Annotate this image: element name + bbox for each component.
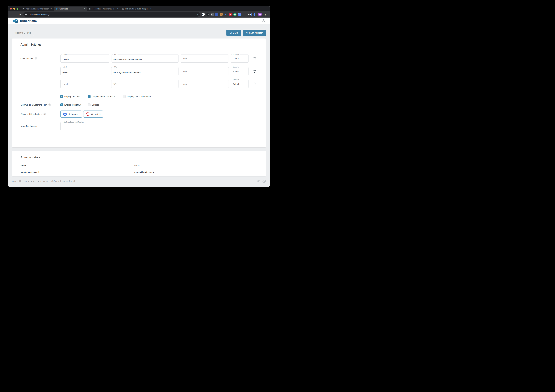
kubernetes-toggle-button[interactable]: Kubernetes <box>60 111 82 118</box>
github-favicon <box>88 8 91 10</box>
link-icon-field <box>181 67 229 75</box>
bookmark-star-icon[interactable]: ☆ <box>196 13 198 16</box>
link-icon-input[interactable] <box>181 80 229 88</box>
reset-to-default-button[interactable]: Reset to Default <box>12 30 34 36</box>
tab-title: Kubermatic Global Settings :: Do <box>125 8 148 10</box>
administrators-card: Administrators Name ^ Email Marcin Macia… <box>12 151 266 176</box>
link-url-input[interactable] <box>111 67 178 75</box>
link-label-input[interactable] <box>60 67 109 75</box>
app-header: Kubermatic <box>8 18 270 24</box>
checkbox-display-demo[interactable]: Display Demo Information <box>123 95 152 98</box>
address-bar[interactable]: dev.kubermatic.io/settings ☆ <box>23 12 200 16</box>
link-url-input[interactable] <box>111 54 178 62</box>
onepassword-extension-icon[interactable] <box>202 13 205 16</box>
checkbox-unchecked-icon[interactable] <box>123 95 126 98</box>
refined-github-extension-icon[interactable]: R <box>224 13 227 16</box>
info-icon[interactable]: i <box>44 113 46 115</box>
checkbox-display-api-docs[interactable]: Display API Docs <box>60 95 88 98</box>
tab-close-icon[interactable]: ✕ <box>50 8 52 10</box>
footer-social-icons <box>257 180 266 183</box>
minimize-window-button[interactable] <box>13 8 15 10</box>
url-host: dev.kubermatic.io <box>28 14 43 15</box>
link-location-select[interactable]: Location Footer ⌄ <box>231 54 248 63</box>
url-text: dev.kubermatic.io/settings <box>28 14 50 15</box>
browser-window: Add variables input for addons · ✕ Kuber… <box>8 6 270 187</box>
toolbar-divider <box>256 13 256 16</box>
eyedropper-extension-icon[interactable]: ✒ <box>246 12 251 16</box>
info-icon[interactable]: i <box>48 104 51 106</box>
kubermatic-logo[interactable]: Kubermatic <box>12 18 37 23</box>
checkbox-checked-icon[interactable] <box>60 104 63 106</box>
tab-add-variables[interactable]: Add variables input for addons · ✕ <box>21 7 54 11</box>
google-keep-extension-icon[interactable] <box>211 13 214 16</box>
column-extension-icon[interactable] <box>251 13 255 16</box>
tab-close-icon[interactable]: ✕ <box>83 8 85 10</box>
go-back-button[interactable]: Go Back <box>226 30 241 36</box>
sort-ascending-icon: ^ <box>27 164 28 166</box>
api-link[interactable]: API <box>33 180 37 182</box>
cookie-extension-icon[interactable] <box>220 13 223 16</box>
github-icon[interactable] <box>263 180 266 183</box>
replicas-input[interactable] <box>60 122 89 130</box>
custom-link-row: Custom Links i Label URL <box>21 54 257 63</box>
checkbox-display-terms[interactable]: Display Terms of Service <box>88 95 123 98</box>
table-header: Name ^ Email <box>12 163 266 168</box>
info-icon[interactable]: i <box>35 57 37 59</box>
forward-icon[interactable]: → <box>14 12 18 16</box>
browser-menu-icon[interactable]: ⋮ <box>263 13 268 16</box>
admin-name-cell: Marcin Maciaszczyk <box>21 171 134 173</box>
trash-icon <box>253 82 256 86</box>
checkbox-enable-by-default[interactable]: Enable by Default <box>60 104 88 106</box>
tab-global-settings-docs[interactable]: Kubermatic Global Settings :: Do ✕ <box>120 7 153 11</box>
selected-location: Footer <box>233 70 239 73</box>
link-label-input[interactable] <box>60 80 109 88</box>
grammarly-extension-icon[interactable]: G <box>233 13 236 16</box>
powered-by-link[interactable]: powered by Loodse <box>12 180 29 182</box>
github-extension-icon[interactable] <box>206 13 209 16</box>
column-header-name[interactable]: Name ^ <box>21 164 134 167</box>
link-url-input[interactable] <box>111 80 178 88</box>
checkbox-checked-icon[interactable] <box>60 95 63 98</box>
link-label-field: Label <box>60 67 109 75</box>
back-icon[interactable]: ← <box>9 12 14 16</box>
reload-icon[interactable]: ⟳ <box>18 12 22 16</box>
link-icon-input[interactable] <box>181 67 229 75</box>
openshift-toggle-button[interactable]: OpenShift <box>83 111 103 118</box>
footer-text: powered by Loodse – API – v2.12.0+59.gfb… <box>12 180 78 182</box>
administrators-title: Administrators <box>12 151 266 163</box>
link-icon-input[interactable] <box>181 54 229 62</box>
checkbox-checked-icon[interactable] <box>88 95 90 98</box>
zoom-window-button[interactable] <box>16 8 18 10</box>
checker-extension-icon[interactable]: ✓ <box>242 13 246 16</box>
link-label-field <box>60 80 109 88</box>
user-profile-icon[interactable] <box>262 19 266 23</box>
close-window-button[interactable] <box>10 8 12 10</box>
checkbox-unchecked-icon[interactable] <box>88 104 90 106</box>
tab-kubermatic-active[interactable]: Kubermatic ✕ <box>54 7 87 11</box>
tab-close-icon[interactable]: ✕ <box>116 8 118 10</box>
admin-settings-card: Admin Settings Custom Links i Label <box>12 38 266 147</box>
link-location-select[interactable]: Location Default ⌄ <box>231 80 248 88</box>
checkbox-enforce[interactable]: Enforce <box>88 104 99 106</box>
twitter-icon[interactable] <box>257 180 260 183</box>
grid-extension-icon[interactable] <box>238 13 241 16</box>
delete-link-button[interactable] <box>253 57 256 60</box>
terms-of-service-link[interactable]: Terms of Service <box>62 180 77 182</box>
add-administrator-button[interactable]: Add Administrator <box>243 30 266 36</box>
column-header-email[interactable]: Email <box>134 164 139 167</box>
link-label-input[interactable] <box>60 54 109 62</box>
tab-close-icon[interactable]: ✕ <box>149 8 151 10</box>
new-tab-button[interactable]: + <box>153 7 159 11</box>
link-url-field: URL <box>111 54 178 63</box>
profile-avatar[interactable]: M <box>258 13 262 16</box>
table-row[interactable]: Marcin Maciaszczyk marcin@loodse.com <box>12 168 266 176</box>
custom-link-row: Label URL Location Footer <box>21 67 257 75</box>
zotero-extension-icon[interactable]: Z <box>215 13 218 16</box>
adblock-plus-extension-icon[interactable]: ABP <box>229 13 232 16</box>
distribution-buttons: Kubernetes OpenShift <box>60 111 103 118</box>
link-location-select[interactable]: Location Footer ⌄ <box>231 67 248 75</box>
lock-icon <box>25 14 27 15</box>
link-url-field: URL <box>111 67 178 75</box>
delete-link-button[interactable] <box>253 69 256 73</box>
tab-loodse-docs[interactable]: loodse/docs: Documentation for ✕ <box>87 7 120 11</box>
